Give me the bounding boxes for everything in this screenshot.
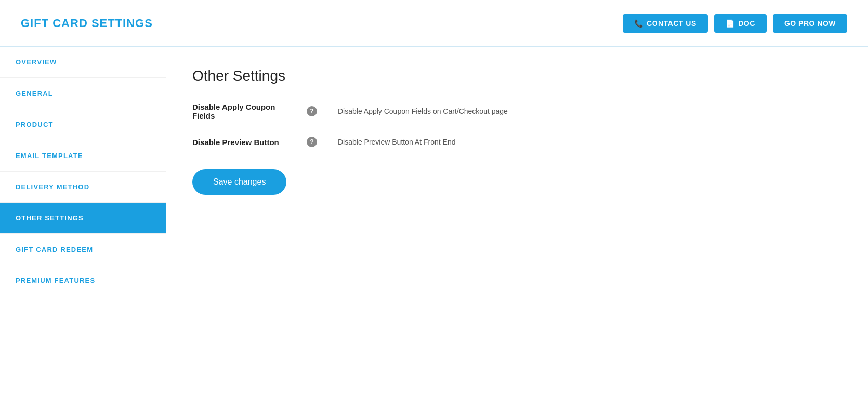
page-title: GIFT CARD SETTINGS — [21, 17, 153, 30]
doc-icon: 📄 — [726, 19, 735, 28]
header-buttons: 📞 CONTACT US 📄 DOC GO PRO NOW — [623, 14, 847, 33]
contact-us-button[interactable]: 📞 CONTACT US — [623, 14, 708, 33]
doc-button[interactable]: 📄 DOC — [714, 14, 767, 33]
save-changes-button[interactable]: Save changes — [192, 169, 286, 195]
setting-desc-disable-coupon: Disable Apply Coupon Fields on Cart/Chec… — [338, 107, 508, 115]
sidebar-item-gift-card-redeem[interactable]: GIFT CARD REDEEM — [0, 234, 166, 265]
sidebar-item-delivery-method[interactable]: DELIVERY METHOD — [0, 172, 166, 203]
header: GIFT CARD SETTINGS 📞 CONTACT US 📄 DOC GO… — [0, 0, 868, 47]
sidebar-item-email-template[interactable]: EMAIL TEMPLATE — [0, 140, 166, 172]
sidebar-item-overview[interactable]: OVERVIEW — [0, 47, 166, 78]
sidebar-item-premium-features[interactable]: PREMIUM FEATURES — [0, 265, 166, 296]
main-content: Other Settings Disable Apply Coupon Fiel… — [166, 47, 868, 403]
sidebar-item-other-settings[interactable]: OTHER SETTINGS — [0, 203, 166, 234]
gopro-button[interactable]: GO PRO NOW — [773, 14, 847, 33]
sidebar-item-general[interactable]: GENERAL — [0, 78, 166, 109]
setting-row-disable-coupon: Disable Apply Coupon Fields ? Disable Ap… — [192, 102, 842, 120]
setting-row-disable-preview: Disable Preview Button ? Disable Preview… — [192, 137, 842, 147]
other-settings-title: Other Settings — [192, 68, 842, 84]
help-icon-disable-preview[interactable]: ? — [307, 137, 317, 147]
help-icon-disable-coupon[interactable]: ? — [307, 106, 317, 116]
sidebar: OVERVIEW GENERAL PRODUCT EMAIL TEMPLATE … — [0, 47, 166, 403]
setting-label-disable-coupon: Disable Apply Coupon Fields — [192, 102, 296, 120]
setting-label-disable-preview: Disable Preview Button — [192, 138, 296, 147]
setting-desc-disable-preview: Disable Preview Button At Front End — [338, 138, 455, 146]
sidebar-item-product[interactable]: PRODUCT — [0, 109, 166, 140]
layout: OVERVIEW GENERAL PRODUCT EMAIL TEMPLATE … — [0, 47, 868, 403]
phone-icon: 📞 — [634, 19, 643, 28]
